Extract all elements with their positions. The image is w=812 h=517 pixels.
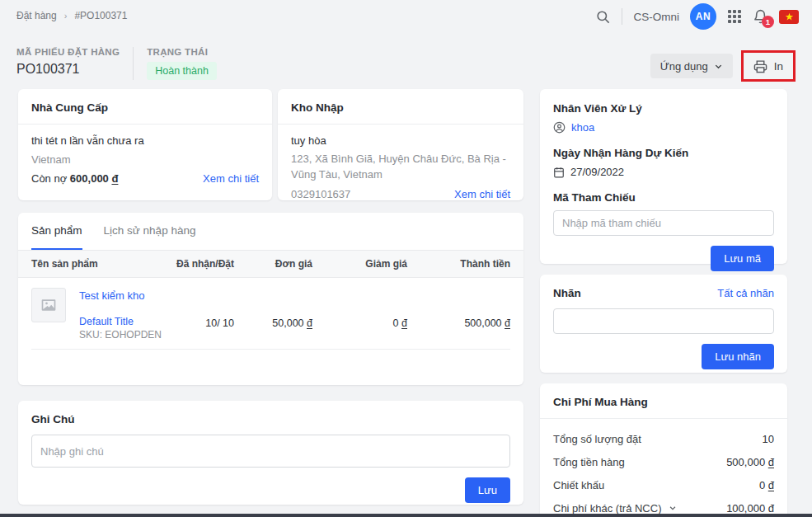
header-divider	[133, 47, 134, 80]
order-code: PO100371	[16, 62, 120, 77]
cost-row-subtotal: Tổng tiền hàng 500,000 đ	[553, 450, 774, 473]
page-header: MÃ PHIẾU ĐẶT HÀNG PO100371 TRẠNG THÁI Ho…	[16, 47, 796, 82]
supplier-debt: Còn nợ 600,000 đ	[31, 172, 118, 185]
breadcrumb-orders[interactable]: Đặt hàng	[16, 10, 57, 21]
table-row: Test kiểm kho Default Title SKU: EOHOPDE…	[18, 278, 523, 341]
unit-price-amount: 50,000	[272, 317, 303, 329]
cost-title: Chi Phí Mua Hàng	[553, 396, 648, 408]
currency-symbol: đ	[768, 456, 774, 468]
chevron-down-icon	[714, 62, 723, 71]
cell-received-ordered: 10/ 10	[168, 317, 234, 341]
breadcrumb-separator-icon: ›	[64, 11, 68, 21]
breadcrumb: Đặt hàng › #PO100371	[16, 10, 127, 21]
order-code-label: MÃ PHIẾU ĐẶT HÀNG	[16, 47, 120, 57]
labels-title: Nhãn	[553, 287, 581, 299]
print-highlight-box: In	[741, 50, 796, 82]
cost-label: Tổng số lượng đặt	[553, 433, 641, 445]
staff-label: Nhân Viên Xử Lý	[553, 102, 774, 115]
reference-code-label: Mã Tham Chiếu	[553, 191, 774, 204]
status-label: TRẠNG THÁI	[147, 47, 217, 57]
col-discount: Giảm giá	[312, 258, 407, 270]
apps-dropdown-button[interactable]: Ứng dụng	[650, 54, 733, 78]
all-labels-link[interactable]: Tất cả nhãn	[717, 287, 774, 299]
col-total: Thành tiền	[407, 258, 510, 270]
col-unit-price: Đơn giá	[234, 258, 312, 270]
supplier-country: Vietnam	[31, 153, 259, 166]
warehouse-phone: 0329101637	[291, 188, 350, 200]
col-received-ordered: Đã nhận/Đặt	[168, 258, 234, 270]
warehouse-detail-link[interactable]: Xem chi tiết	[454, 188, 510, 200]
product-variant-link[interactable]: Default Title	[79, 316, 162, 327]
supplier-card: Nhà Cung Cấp thi tét n lần vẫn chưa ra V…	[18, 89, 272, 200]
cost-label: Chi phí khác (trả NCC)	[553, 502, 661, 515]
expected-date-value: 27/09/2022	[570, 166, 624, 178]
currency-symbol: đ	[307, 317, 312, 329]
staff-name-link[interactable]: khoa	[571, 121, 594, 134]
save-reference-button[interactable]: Lưu mã	[711, 246, 774, 271]
cost-value: 10	[763, 433, 774, 445]
vietnam-flag-icon[interactable]	[779, 10, 799, 24]
save-note-button[interactable]: Lưu	[465, 477, 510, 503]
image-icon	[40, 297, 57, 313]
calendar-icon	[553, 167, 565, 178]
apps-dropdown-label: Ứng dụng	[660, 60, 708, 73]
cost-value: 0	[759, 479, 765, 491]
products-table-header: Tên sản phẩm Đã nhận/Đặt Đơn giá Giảm gi…	[18, 250, 523, 278]
topbar-actions: CS-Omni AN 1	[595, 3, 799, 30]
tab-import-history[interactable]: Lịch sử nhập hàng	[104, 213, 196, 250]
warehouse-name: tuy hòa	[291, 134, 510, 147]
cell-total: 500,000 đ	[407, 317, 510, 341]
currency-symbol: đ	[401, 317, 407, 329]
search-icon[interactable]	[595, 9, 611, 25]
save-label-button[interactable]: Lưu nhãn	[702, 344, 774, 369]
supplier-debt-amount: 600,000	[70, 172, 109, 185]
workspace-name[interactable]: CS-Omni	[633, 11, 679, 23]
supplier-name: thi tét n lần vẫn chưa ra	[31, 134, 259, 147]
product-sku: SKU: EOHOPDEN	[79, 329, 162, 341]
reference-code-input[interactable]	[553, 210, 774, 236]
cost-row-discount: Chiết khấu 0 đ	[553, 473, 774, 496]
print-button-label: In	[774, 60, 783, 73]
supplier-detail-link[interactable]: Xem chi tiết	[203, 172, 259, 185]
staff-card: Nhân Viên Xử Lý khoa Ngày Nhận Hàng Dự K…	[540, 89, 787, 264]
products-card: Sản phẩm Lịch sử nhập hàng Tên sản phẩm …	[18, 213, 523, 385]
notes-title: Ghi Chú	[31, 413, 75, 425]
warehouse-card: Kho Nhập tuy hòa 123, Xã Bình Giã, Huyện…	[278, 89, 523, 200]
print-button[interactable]: In	[749, 55, 788, 77]
avatar[interactable]: AN	[690, 3, 716, 30]
cost-value: 500,000	[726, 456, 765, 468]
currency-symbol: đ	[768, 479, 774, 491]
cost-value: 100,000	[726, 502, 765, 515]
tab-products[interactable]: Sản phẩm	[31, 213, 82, 250]
order-detail-page: Đặt hàng › #PO100371 CS-Omni AN 1	[0, 0, 812, 517]
currency-symbol: đ	[111, 172, 118, 185]
warehouse-card-title: Kho Nhập	[291, 101, 344, 114]
cost-label-with-chevron[interactable]: Chi phí khác (trả NCC)	[553, 502, 677, 515]
supplier-debt-label: Còn nợ	[31, 172, 67, 185]
discount-amount: 0	[393, 317, 399, 329]
products-tabs: Sản phẩm Lịch sử nhập hàng	[18, 213, 523, 250]
status-badge: Hoàn thành	[147, 62, 217, 80]
col-product-name: Tên sản phẩm	[31, 258, 168, 270]
product-name-link[interactable]: Test kiểm kho	[79, 289, 162, 302]
row-divider	[31, 349, 510, 350]
chevron-down-icon	[669, 504, 677, 512]
notes-input[interactable]	[31, 435, 510, 468]
supplier-card-title: Nhà Cung Cấp	[31, 101, 108, 114]
cell-unit-price: 50,000 đ	[234, 317, 312, 341]
expected-date-label: Ngày Nhận Hàng Dự Kiến	[553, 147, 774, 159]
currency-symbol: đ	[768, 502, 774, 515]
total-amount: 500,000	[464, 317, 501, 329]
breadcrumb-current-order[interactable]: #PO100371	[74, 10, 127, 21]
warehouse-address: 123, Xã Bình Giã, Huyện Châu Đức, Bà Rịa…	[291, 152, 510, 183]
product-image-placeholder	[31, 288, 66, 322]
notifications-bell-icon[interactable]: 1	[753, 9, 768, 25]
apps-grid-icon[interactable]	[727, 9, 742, 24]
notes-card: Ghi Chú Lưu	[18, 401, 523, 505]
printer-icon	[753, 59, 767, 73]
purchase-cost-card: Chi Phí Mua Hàng Tổng số lượng đặt 10 Tổ…	[540, 383, 787, 517]
labels-input[interactable]	[553, 308, 774, 334]
person-icon	[553, 121, 566, 134]
topbar-divider	[622, 8, 622, 25]
labels-card: Nhãn Tất cả nhãn Lưu nhãn	[540, 275, 787, 373]
